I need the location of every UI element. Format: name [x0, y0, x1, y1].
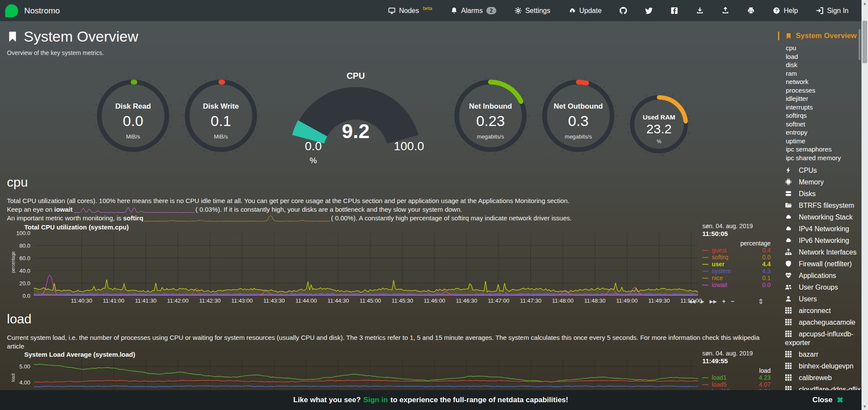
legend-swatch: — [702, 261, 712, 268]
legend-row-load1[interactable]: —load14.23 [702, 374, 771, 381]
play-button[interactable]: ▶ [701, 299, 704, 304]
cpu-x-tick: 11:41:30 [135, 297, 157, 304]
sidebar-item-btrfs-filesystem[interactable]: BTRFS filesystem [778, 201, 862, 210]
footer-close-button[interactable]: Close ✖ [813, 395, 843, 405]
sidebar-item-memory[interactable]: Memory [778, 178, 862, 187]
sidebar-scrollbar-thumb[interactable] [858, 29, 861, 60]
legend-swatch: — [702, 247, 712, 254]
sidebar-sub-item-load[interactable]: load [778, 52, 862, 61]
gauge-value: 0.0 [93, 113, 173, 129]
sidebar-sub-item-disk[interactable]: disk [778, 61, 862, 69]
sidebar-item-network-interfaces[interactable]: Network Interfaces [778, 248, 862, 257]
sidebar-item-airconnect[interactable]: airconnect [778, 307, 862, 315]
chart-resize-handle[interactable]: ⇕ [758, 297, 764, 306]
scrollbar-thumb[interactable] [862, 21, 867, 63]
legend-row-iowait[interactable]: —iowait0.0 [702, 282, 771, 288]
nav-item-label: Help [784, 7, 798, 15]
gauge-cpu[interactable]: CPU9.20.0100.0% [271, 71, 440, 164]
shield-icon [785, 260, 794, 267]
sidebar-item-disks[interactable]: Disks [778, 190, 862, 198]
zoom-out-button[interactable]: − [731, 298, 734, 305]
nav-item-settings[interactable]: Settings [514, 7, 550, 15]
legend-row-system[interactable]: —system4.3 [702, 268, 771, 274]
nav-item-label: Alarms [461, 7, 483, 15]
pan-forward-button[interactable]: ▶▶ [710, 299, 717, 304]
sidebar-item-users[interactable]: Users [778, 295, 862, 303]
nav-item-github[interactable] [620, 7, 627, 14]
legend-row-nice[interactable]: —nice0.1 [702, 275, 771, 281]
scrollbar-up-arrow[interactable]: ▲ [862, 0, 868, 7]
nav-item-download[interactable] [696, 7, 704, 14]
sidebar-item-system-overview[interactable]: System Overview [778, 32, 862, 40]
nav-item-upload[interactable] [722, 7, 729, 14]
cpu-x-tick: 11:47:00 [488, 297, 510, 304]
gauge-net-outbound[interactable]: Net Outbound0.3megabits/s [539, 76, 618, 155]
page-scrollbar[interactable]: ▲ ▼ [862, 0, 868, 410]
scrollbar-down-arrow[interactable]: ▼ [862, 403, 868, 410]
legend-row-guest[interactable]: —guest0.4 [702, 247, 771, 254]
sidebar-item-firewall-netfilter[interactable]: Firewall (netfilter) [778, 260, 862, 268]
cpu-y-tick: 100.0 [7, 230, 30, 236]
sidebar-item-ipv6-networking[interactable]: IPv6 Networking [778, 236, 862, 245]
legend-row-softirq[interactable]: —softirq0.0 [702, 254, 771, 261]
bolt-icon [785, 167, 794, 174]
legend-series-value: 0.0 [762, 254, 771, 261]
sidebar-item-applications[interactable]: Applications [778, 271, 862, 280]
sidebar-sub-item-ipc-semaphores[interactable]: ipc semaphores [778, 145, 862, 154]
cpu-chart-plot[interactable] [34, 233, 698, 296]
sidebar-item-calibreweb[interactable]: calibreweb [778, 374, 862, 382]
cpu-x-tick: 11:46:00 [424, 297, 445, 304]
grid-icon [785, 307, 794, 314]
nav-item-nodes[interactable]: Nodesbeta [388, 7, 432, 15]
sidebar-item-apacheguacamole[interactable]: apacheguacamole [778, 318, 862, 327]
sidebar-item-cpus[interactable]: CPUs [778, 166, 862, 175]
gauge-net-inbound[interactable]: Net Inbound0.23megabits/s [451, 76, 530, 155]
legend-series-name: user [712, 261, 725, 268]
footer-signin-link[interactable]: Sign in [363, 396, 388, 404]
sidebar-item-bazarr[interactable]: bazarr [778, 350, 862, 359]
hostname-dropdown[interactable]: Nostromo [24, 6, 63, 16]
nav-item-sign-in[interactable]: Sign In [816, 7, 849, 15]
nav-item-help[interactable]: ?Help [773, 7, 798, 15]
nav-item-facebook[interactable] [671, 7, 678, 14]
question-icon: ? [773, 7, 780, 14]
sidebar-sub-item-idlejitter[interactable]: idlejitter [778, 94, 862, 103]
pan-backward-button[interactable]: ◀◀ [688, 299, 695, 304]
nav-item-alarms[interactable]: Alarms2 [450, 7, 496, 15]
download-icon [696, 7, 704, 14]
sidebar-sub-item-network[interactable]: network [778, 77, 862, 86]
gauge-value: 0.3 [539, 113, 618, 129]
sidebar-sub-item-entropy[interactable]: entropy [778, 128, 862, 137]
sidebar-sub-item-ipc-shared-memory[interactable]: ipc shared memory [778, 154, 862, 162]
nav-item-update[interactable]: Update [569, 7, 602, 15]
sidebar-item-apcupsd-influxdb-exporter[interactable]: apcupsd-influxdb-exporter [778, 330, 862, 347]
sidebar-item-binhex-delugevpn[interactable]: binhex-delugevpn [778, 362, 862, 371]
sidebar-sub-item-processes[interactable]: processes [778, 86, 862, 95]
sidebar-item-label: Disks [799, 190, 816, 197]
gauge-label: Disk Write [181, 102, 260, 111]
sidebar-sub-item-interrupts[interactable]: interrupts [778, 103, 862, 112]
sidebar-item-ipv4-networking[interactable]: IPv4 Networking [778, 225, 862, 233]
netdata-brand[interactable]: Nostromo [5, 4, 63, 17]
gauge-disk-read[interactable]: Disk Read0.0MiB/s [93, 76, 173, 155]
gauge-disk-write[interactable]: Disk Write0.1MiB/s [181, 76, 260, 155]
load-legend-header: load [702, 367, 771, 374]
sidebar-sub-item-uptime[interactable]: uptime [778, 137, 862, 145]
gauge-unit: megabits/s [539, 133, 618, 140]
legend-row-user[interactable]: —user4.4 [702, 261, 771, 268]
nav-item-twitter[interactable] [645, 7, 653, 14]
gauge-used-ram[interactable]: Used RAM23.2% [627, 92, 691, 157]
sidebar-item-user-groups[interactable]: User Groups [778, 283, 862, 292]
sidebar-sub-item-ram[interactable]: ram [778, 69, 862, 78]
sidebar-sub-item-softirqs[interactable]: softirqs [778, 111, 862, 120]
legend-series-value: 0.4 [762, 247, 771, 254]
sidebar-sub-item-cpu[interactable]: cpu [778, 44, 862, 52]
grid-icon [785, 351, 794, 358]
sidebar-item-networking-stack[interactable]: Networking Stack [778, 213, 862, 222]
page-title-text: System Overview [24, 28, 138, 45]
zoom-in-button[interactable]: + [722, 298, 726, 305]
legend-row-load5[interactable]: —load54.07 [702, 381, 771, 388]
nav-item-print[interactable] [747, 7, 755, 14]
folder-icon [785, 202, 794, 209]
sidebar-sub-item-softnet[interactable]: softnet [778, 120, 862, 129]
